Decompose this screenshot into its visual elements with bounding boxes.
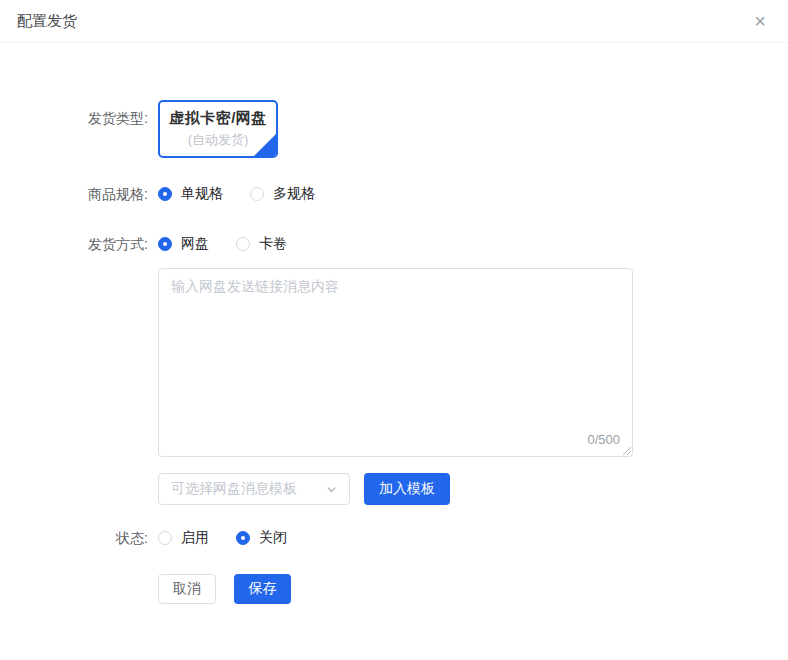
radio-option-label: 卡卷 <box>259 235 287 253</box>
status-row: 状态: 启用 关闭 <box>0 528 788 548</box>
product-spec-label: 商品规格: <box>0 184 158 204</box>
message-textarea-wrap: 0/500 <box>158 268 633 457</box>
close-icon: × <box>754 10 766 32</box>
radio-icon <box>236 237 250 251</box>
status-label: 状态: <box>0 528 158 548</box>
radio-icon <box>158 531 172 545</box>
shipping-method-radio-group: 网盘 卡卷 <box>158 234 314 254</box>
radio-option-netdisk[interactable]: 网盘 <box>158 235 209 253</box>
radio-option-card-voucher[interactable]: 卡卷 <box>236 235 287 253</box>
shipping-method-label: 发货方式: <box>0 234 158 254</box>
dialog-body: 发货类型: 虚拟卡密/网盘 (自动发货) 商品规格: 单规格 多规格 <box>0 43 788 604</box>
radio-icon <box>158 187 172 201</box>
template-select-placeholder: 可选择网盘消息模板 <box>171 480 297 498</box>
configure-shipping-dialog: 配置发货 × 发货类型: 虚拟卡密/网盘 (自动发货) 商品规格: 单规格 <box>0 0 788 660</box>
shipping-type-row: 发货类型: 虚拟卡密/网盘 (自动发货) <box>0 100 788 158</box>
product-spec-radio-group: 单规格 多规格 <box>158 184 342 204</box>
radio-option-label: 多规格 <box>273 185 315 203</box>
radio-option-disable[interactable]: 关闭 <box>236 529 287 547</box>
shipping-method-row: 发货方式: 网盘 卡卷 <box>0 234 788 254</box>
save-button[interactable]: 保存 <box>234 574 291 604</box>
dialog-title: 配置发货 <box>17 12 77 31</box>
radio-icon <box>236 531 250 545</box>
template-row: 可选择网盘消息模板 加入模板 <box>0 473 788 505</box>
dialog-header: 配置发货 × <box>0 0 788 43</box>
radio-option-enable[interactable]: 启用 <box>158 529 209 547</box>
footer-actions-row: 取消 保存 <box>0 574 788 604</box>
selected-corner-badge-icon <box>253 133 277 157</box>
footer-buttons: 取消 保存 <box>158 574 291 604</box>
message-textarea[interactable] <box>158 268 633 457</box>
close-button[interactable]: × <box>752 9 768 33</box>
radio-option-label: 启用 <box>181 529 209 547</box>
add-template-button[interactable]: 加入模板 <box>364 473 450 505</box>
shipping-type-label: 发货类型: <box>0 100 158 128</box>
status-radio-group: 启用 关闭 <box>158 528 314 548</box>
radio-option-multi-spec[interactable]: 多规格 <box>250 185 315 203</box>
shipping-type-card-title: 虚拟卡密/网盘 <box>169 109 267 128</box>
message-row: 0/500 <box>0 268 788 457</box>
product-spec-row: 商品规格: 单规格 多规格 <box>0 184 788 204</box>
radio-option-label: 单规格 <box>181 185 223 203</box>
radio-option-label: 关闭 <box>259 529 287 547</box>
radio-option-label: 网盘 <box>181 235 209 253</box>
radio-icon <box>158 237 172 251</box>
shipping-type-card[interactable]: 虚拟卡密/网盘 (自动发货) <box>158 100 278 158</box>
template-select[interactable]: 可选择网盘消息模板 <box>158 473 350 505</box>
radio-icon <box>250 187 264 201</box>
cancel-button[interactable]: 取消 <box>158 574 216 604</box>
resize-handle-icon[interactable] <box>620 444 631 455</box>
chevron-down-icon <box>325 483 338 496</box>
shipping-type-card-subtitle: (自动发货) <box>188 131 249 149</box>
template-controls: 可选择网盘消息模板 加入模板 <box>158 473 450 505</box>
radio-option-single-spec[interactable]: 单规格 <box>158 185 223 203</box>
